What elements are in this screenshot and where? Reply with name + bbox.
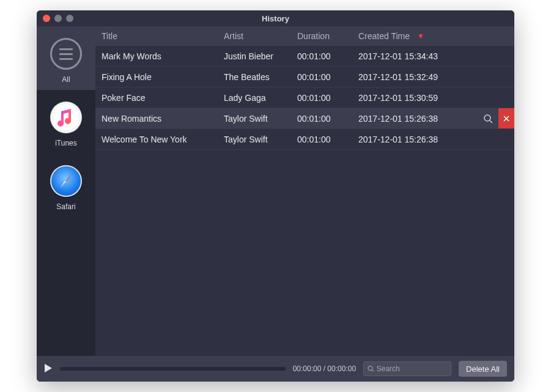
cell-artist: Taylor Swift bbox=[224, 135, 297, 144]
cell-created: 2017-12-01 15:26:38 bbox=[358, 135, 475, 144]
cell-artist: Justin Bieber bbox=[224, 51, 297, 61]
sidebar-item-label: Safari bbox=[56, 202, 75, 211]
row-delete-button[interactable] bbox=[498, 108, 514, 128]
main-panel: Title Artist Duration Created Time ▼ Mar… bbox=[95, 26, 514, 356]
zoom-window-button[interactable] bbox=[66, 15, 73, 22]
search-icon bbox=[368, 365, 374, 372]
row-actions bbox=[478, 108, 514, 128]
column-header-created[interactable]: Created Time ▼ bbox=[358, 31, 475, 41]
minimize-window-button[interactable] bbox=[54, 15, 62, 22]
cell-artist: Taylor Swift bbox=[224, 114, 297, 124]
cell-duration: 00:01:00 bbox=[297, 72, 358, 82]
table-row[interactable]: New RomanticsTaylor Swift00:01:002017-12… bbox=[95, 108, 514, 129]
close-window-button[interactable] bbox=[43, 15, 50, 22]
titlebar: History bbox=[37, 10, 514, 26]
cell-artist: The Beatles bbox=[224, 72, 297, 82]
time-display: 00:00:00 / 00:00:00 bbox=[293, 364, 356, 373]
window-title: History bbox=[37, 14, 514, 23]
cell-duration: 00:01:00 bbox=[297, 135, 358, 144]
search-field[interactable] bbox=[377, 364, 447, 373]
sort-descending-icon: ▼ bbox=[417, 32, 424, 40]
cell-title: New Romantics bbox=[102, 114, 224, 124]
table-row[interactable]: Poker FaceLady Gaga00:01:002017-12-01 15… bbox=[95, 87, 514, 108]
history-window: History All bbox=[37, 10, 514, 382]
cell-created: 2017-12-01 15:26:38 bbox=[358, 114, 475, 124]
cell-title: Mark My Words bbox=[102, 51, 224, 61]
svg-line-15 bbox=[490, 120, 492, 123]
hamburger-icon bbox=[50, 38, 82, 70]
column-header-created-label: Created Time bbox=[358, 31, 410, 41]
safari-icon bbox=[50, 165, 82, 197]
close-icon bbox=[503, 116, 509, 122]
sidebar-item-label: iTunes bbox=[55, 139, 77, 147]
delete-all-button[interactable]: Delete All bbox=[459, 361, 507, 377]
cell-created: 2017-12-01 15:34:43 bbox=[358, 51, 475, 61]
search-icon bbox=[483, 114, 493, 124]
column-header-duration[interactable]: Duration bbox=[297, 31, 358, 41]
table-row[interactable]: Mark My WordsJustin Bieber00:01:002017-1… bbox=[95, 46, 514, 67]
table-header: Title Artist Duration Created Time ▼ bbox=[95, 26, 514, 46]
cell-duration: 00:01:00 bbox=[297, 51, 358, 61]
cell-duration: 00:01:00 bbox=[297, 114, 358, 124]
sidebar-item-all[interactable]: All bbox=[37, 26, 95, 90]
cell-artist: Lady Gaga bbox=[224, 93, 297, 103]
cell-title: Fixing A Hole bbox=[102, 72, 224, 82]
sidebar: All bbox=[37, 26, 95, 356]
content-body: All bbox=[37, 26, 514, 356]
footer: 00:00:00 / 00:00:00 Delete All bbox=[37, 356, 514, 382]
svg-point-23 bbox=[368, 366, 372, 371]
cell-created: 2017-12-01 15:32:49 bbox=[358, 72, 475, 82]
svg-marker-1 bbox=[60, 181, 66, 188]
search-input[interactable] bbox=[363, 361, 451, 376]
cell-created: 2017-12-01 15:30:59 bbox=[358, 93, 475, 103]
svg-marker-0 bbox=[66, 174, 72, 181]
itunes-icon bbox=[50, 102, 82, 133]
sidebar-item-safari[interactable]: Safari bbox=[37, 153, 95, 217]
svg-point-14 bbox=[484, 115, 490, 121]
table-body: Mark My WordsJustin Bieber00:01:002017-1… bbox=[95, 46, 514, 356]
cell-title: Welcome To New York bbox=[102, 135, 224, 144]
table-row[interactable]: Fixing A HoleThe Beatles00:01:002017-12-… bbox=[95, 67, 514, 87]
column-header-artist[interactable]: Artist bbox=[224, 31, 297, 41]
svg-marker-22 bbox=[45, 364, 52, 372]
sidebar-item-itunes[interactable]: iTunes bbox=[37, 90, 95, 153]
sidebar-item-label: All bbox=[62, 75, 70, 84]
svg-line-24 bbox=[372, 370, 374, 372]
column-header-title[interactable]: Title bbox=[102, 31, 224, 41]
window-controls bbox=[43, 15, 73, 22]
row-search-button[interactable] bbox=[478, 108, 498, 128]
cell-title: Poker Face bbox=[102, 93, 224, 103]
cell-duration: 00:01:00 bbox=[297, 93, 358, 103]
progress-bar[interactable] bbox=[60, 367, 286, 371]
play-button[interactable] bbox=[44, 363, 53, 375]
table-row[interactable]: Welcome To New YorkTaylor Swift00:01:002… bbox=[95, 129, 514, 150]
